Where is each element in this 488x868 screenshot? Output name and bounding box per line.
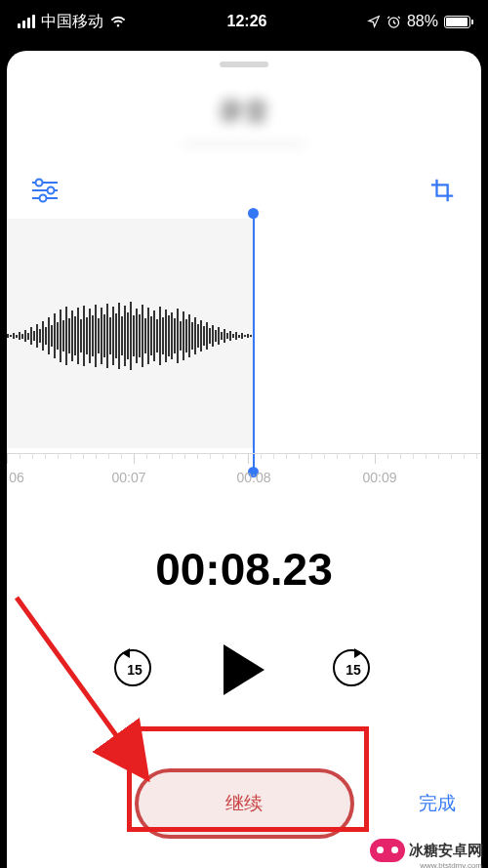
carrier-label: 中国移动: [41, 12, 103, 32]
waveform-area[interactable]: 06 00:07 00:08 00:09: [7, 219, 481, 482]
ruler-label: 00:08: [236, 470, 270, 485]
watermark-logo-icon: [370, 839, 405, 862]
skip-forward-15-button[interactable]: 15: [333, 649, 374, 690]
watermark-text: 冰糖安卓网: [409, 842, 482, 860]
watermark-url: www.btstdmy.com: [420, 861, 482, 868]
svg-point-6: [40, 195, 47, 202]
signal-icon: [18, 15, 35, 28]
status-time: 12:26: [227, 13, 267, 30]
ruler-label: 00:09: [362, 470, 396, 485]
recording-subtitle: —————————: [7, 135, 481, 150]
timer-display: 00:08.23: [7, 543, 481, 596]
blurred-header: 录音 —————————: [7, 95, 481, 150]
alarm-icon: [386, 15, 401, 29]
recording-sheet: 录音 ————————— 06 00:07 00:08 00:09 00:08.…: [7, 51, 481, 868]
svg-point-4: [48, 187, 55, 194]
watermark: 冰糖安卓网: [370, 839, 482, 862]
continue-button[interactable]: 继续: [135, 768, 354, 839]
skip-back-15-button[interactable]: 15: [114, 649, 155, 690]
ruler-label: 00:07: [111, 470, 145, 485]
settings-slider-icon[interactable]: [30, 178, 60, 203]
ruler-label: 06: [9, 470, 24, 485]
status-bar: 中国移动 12:26 88%: [0, 0, 488, 43]
crop-icon[interactable]: [428, 178, 458, 203]
battery-icon: [444, 16, 470, 28]
location-icon: [367, 15, 381, 28]
wifi-icon: [109, 15, 127, 28]
play-button[interactable]: [224, 644, 264, 695]
recording-title: 录音: [7, 95, 481, 129]
time-ruler: [7, 453, 481, 467]
battery-pct: 88%: [407, 13, 438, 30]
svg-point-2: [36, 180, 43, 186]
playhead-indicator[interactable]: [253, 213, 255, 473]
done-button[interactable]: 完成: [419, 791, 456, 816]
sheet-handle[interactable]: [220, 62, 268, 67]
